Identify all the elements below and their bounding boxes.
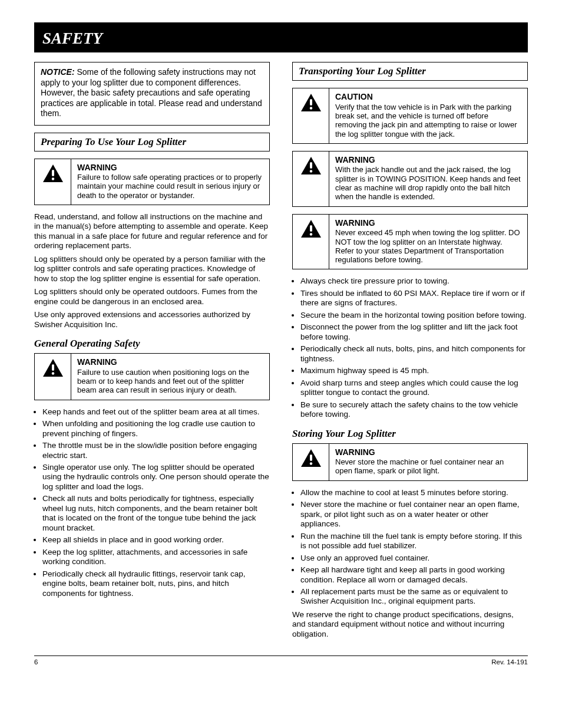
list-item: Keep all shields in place and in good wo… xyxy=(42,535,270,545)
list-item: Always check tire pressure prior to towi… xyxy=(300,276,528,286)
list-item: Tires should be inflated to 60 PSI MAX. … xyxy=(300,289,528,308)
list-item: Keep all hardware tight and keep all par… xyxy=(300,565,528,585)
para-accessories: Use only approved extensions and accesso… xyxy=(34,310,270,330)
list-item: Periodically check all hydraulic fitting… xyxy=(42,569,270,598)
warning-level: WARNING xyxy=(335,447,521,457)
warning-icon xyxy=(293,151,329,206)
warning-level: WARNING xyxy=(77,357,263,367)
caution-box-park: CAUTION Verify that the tow vehicle is i… xyxy=(292,88,528,144)
warning-box-jack: WARNING With the jack handle out and the… xyxy=(292,151,528,207)
warning-level: WARNING xyxy=(335,218,521,228)
warning-text: Failure to use caution when positioning … xyxy=(77,368,249,395)
transport-bullets: Always check tire pressure prior to towi… xyxy=(300,276,528,419)
list-item: The throttle must be in the slow/idle po… xyxy=(42,441,270,460)
list-item: Allow the machine to cool at least 5 min… xyxy=(300,488,528,498)
warning-text: Never store the machine or fuel containe… xyxy=(335,457,504,475)
subhead-prepare: Preparing To Use Your Log Splitter xyxy=(34,133,270,151)
notice-box: NOTICE: Some of the following safety ins… xyxy=(34,62,270,126)
warning-icon xyxy=(35,159,71,205)
warning-icon xyxy=(293,444,329,480)
svg-point-17 xyxy=(309,462,312,465)
warning-text: With the jack handle out and the jack ra… xyxy=(335,165,521,201)
right-column: Transporting Your Log Splitter CAUTION V… xyxy=(292,62,528,643)
section-header: SAFETY xyxy=(34,22,528,52)
svg-rect-4 xyxy=(52,364,54,371)
left-column: NOTICE: Some of the following safety ins… xyxy=(34,62,270,643)
notice-label: NOTICE: xyxy=(41,67,75,77)
subhead-general: General Operating Safety xyxy=(34,338,270,350)
svg-rect-1 xyxy=(52,170,54,176)
caution-text: Verify that the tow vehicle is in Park w… xyxy=(335,103,517,139)
list-item: Single operator use only. The log splitt… xyxy=(42,463,270,492)
warning-text: Never exceed 45 mph when towing the log … xyxy=(335,228,520,264)
para-operator: Log splitters should only be operated by… xyxy=(34,255,270,284)
page-footer: 6 Rev. 14-191 xyxy=(34,658,528,666)
list-item: Secure the beam in the horizontal towing… xyxy=(300,311,528,320)
list-item: Keep the log splitter, attachments, and … xyxy=(42,548,270,567)
para-outdoors: Log splitters should only be operated ou… xyxy=(34,287,270,307)
svg-point-14 xyxy=(309,233,312,235)
list-item: Run the machine till the fuel tank is em… xyxy=(300,532,528,551)
warning-box-store: WARNING Never store the machine or fuel … xyxy=(292,443,528,481)
list-item: Avoid sharp turns and steep angles which… xyxy=(300,378,528,398)
subhead-storing: Storing Your Log Splitter xyxy=(292,428,528,440)
subhead-transport: Transporting Your Log Splitter xyxy=(292,62,528,81)
svg-rect-16 xyxy=(310,454,312,461)
svg-point-8 xyxy=(309,107,312,109)
general-bullets: Keep hands and feet out of the splitter … xyxy=(42,407,270,598)
svg-rect-7 xyxy=(310,99,312,106)
list-item: Check all nuts and bolts periodically fo… xyxy=(42,494,270,533)
svg-rect-13 xyxy=(310,225,312,232)
svg-point-5 xyxy=(51,372,54,374)
svg-point-11 xyxy=(309,170,312,172)
para-read-manual: Read, understand, and follow all instruc… xyxy=(34,212,270,251)
warning-icon xyxy=(35,354,71,400)
warning-box-speed: WARNING Never exceed 45 mph when towing … xyxy=(292,214,528,270)
svg-rect-10 xyxy=(310,162,312,169)
list-item: Disconnect the power from the log splitt… xyxy=(300,322,528,342)
svg-point-2 xyxy=(51,177,54,180)
list-item: Periodically check all nuts, bolts, pins… xyxy=(300,344,528,364)
warning-icon xyxy=(293,88,329,143)
list-item: Never store the machine or fuel containe… xyxy=(300,500,528,529)
warning-level: WARNING xyxy=(335,155,521,165)
warning-icon xyxy=(293,215,329,269)
warning-box-general: WARNING Failure to use caution when posi… xyxy=(34,353,270,400)
warning-box-prepare: WARNING Failure to follow safe operating… xyxy=(34,159,270,206)
warning-level: WARNING xyxy=(77,163,263,173)
list-item: Use only an approved fuel container. xyxy=(300,554,528,563)
page-number: 6 xyxy=(34,658,38,666)
warning-text: Failure to follow safe operating practic… xyxy=(77,173,262,200)
list-item: Keep hands and feet out of the splitter … xyxy=(42,407,270,417)
section-title: SAFETY xyxy=(42,29,520,48)
storing-bullets: Allow the machine to cool at least 5 min… xyxy=(300,488,528,607)
rev-number: Rev. 14-191 xyxy=(491,658,528,666)
para-spec-change: We reserve the right to change product s… xyxy=(292,610,528,639)
caution-level: CAUTION xyxy=(335,92,521,102)
list-item: Maximum highway speed is 45 mph. xyxy=(300,366,528,375)
footer-rule xyxy=(34,655,528,656)
list-item: All replacement parts must be the same a… xyxy=(300,587,528,607)
list-item: When unfolding and positioning the log c… xyxy=(42,419,270,439)
list-item: Be sure to securely attach the safety ch… xyxy=(300,400,528,420)
